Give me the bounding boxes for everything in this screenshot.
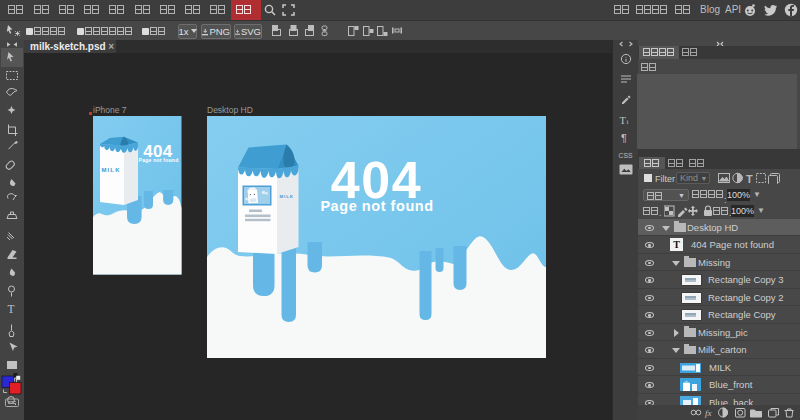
svg-text:CSS: CSS <box>619 152 633 159</box>
svg-text:T: T <box>8 303 15 315</box>
svg-text:T: T <box>620 115 627 126</box>
svg-text:MILK: MILK <box>102 167 121 173</box>
svg-text:MILK: MILK <box>279 194 293 199</box>
svg-text:T: T <box>746 173 753 185</box>
svg-text:fx: fx <box>705 408 712 418</box>
svg-text:i: i <box>627 118 629 126</box>
svg-text:¶: ¶ <box>621 132 627 144</box>
svg-text:Page not found: Page not found <box>139 157 179 163</box>
svg-text:Page not found: Page not found <box>320 198 433 214</box>
